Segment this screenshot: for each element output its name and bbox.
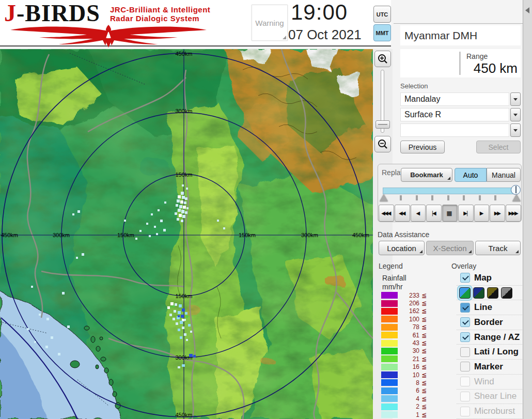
forward-icon: ▶▶ (494, 210, 501, 216)
legend-value: 16 (398, 363, 419, 370)
slider-tick (400, 195, 402, 200)
step-back-icon: |◀ (432, 210, 436, 216)
play-button[interactable]: ▶ (474, 205, 490, 222)
legend-row: 4≦ (381, 395, 438, 402)
legend-leq-symbol: ≦ (419, 403, 427, 410)
slider-tick (463, 195, 465, 200)
step-forward-button[interactable]: ▶| (458, 205, 474, 222)
overlay-item-range-az: Range / AZ (457, 330, 522, 345)
legend-row: 1≦ (381, 411, 438, 418)
legend-value: 43 (398, 339, 419, 347)
ring-label: 450km (1, 232, 18, 238)
x-section-button[interactable]: X-Section (426, 241, 474, 255)
product-dropdown-arrow-icon[interactable] (510, 108, 521, 121)
option-dropdown-arrow-icon[interactable] (510, 123, 521, 137)
legend-swatch (381, 300, 398, 307)
legend-row: 78≦ (381, 323, 438, 331)
warning-button[interactable]: Warning (252, 5, 288, 41)
ring-label: 450km (352, 232, 369, 238)
forward-fast-button[interactable]: ▶▶▶ (506, 205, 521, 222)
forward-button[interactable]: ▶▶ (490, 205, 505, 222)
replay-slider-track[interactable] (383, 188, 517, 194)
legend-leq-symbol: ≦ (419, 387, 427, 394)
utc-button[interactable]: UTC (373, 6, 391, 23)
radar-map[interactable]: 450km 300km 150km 150km 300km 450km 450k… (0, 49, 373, 419)
zoom-slider-handle[interactable] (375, 120, 390, 129)
panel-collapse-strip[interactable] (523, 0, 532, 419)
manual-button[interactable]: Manual (487, 168, 521, 182)
range-value: 450 km (474, 60, 518, 76)
map-style-2-button[interactable] (473, 287, 484, 299)
toolbar-divider (394, 23, 523, 24)
track-button[interactable]: Track (475, 241, 521, 255)
location-button[interactable]: Location (379, 241, 425, 255)
zoom-in-button[interactable] (374, 51, 391, 67)
play-reverse-icon: ◀ (416, 210, 420, 216)
legend-row: 16≦ (381, 363, 438, 371)
ring-label: 300km (53, 232, 70, 238)
map-style-3-button[interactable] (487, 287, 498, 299)
station-name: Myanmar DMH (400, 25, 521, 45)
overlay-item-line: Line (457, 300, 522, 315)
ring-label: 150km (175, 172, 192, 178)
legend-leq-symbol: ≦ (419, 332, 427, 339)
legend-swatch (381, 395, 398, 402)
overlay-item-lati-long: Lati / Long (457, 345, 522, 360)
legend-leq-symbol: ≦ (419, 292, 427, 299)
stop-button[interactable]: ■ (442, 205, 458, 222)
previous-button[interactable]: Previous (400, 141, 445, 153)
option-dropdown[interactable] (400, 123, 509, 137)
border-checkbox[interactable] (460, 317, 470, 327)
mmt-button[interactable]: MMT (373, 24, 391, 41)
overlay-item-label: Marker (474, 362, 503, 372)
auto-button[interactable]: Auto (455, 168, 487, 182)
zoom-out-button[interactable] (374, 136, 391, 152)
legend-leq-symbol: ≦ (419, 411, 427, 418)
legend-row: 43≦ (381, 339, 438, 347)
legend-leq-symbol: ≦ (419, 363, 427, 370)
slider-tick (494, 195, 496, 200)
map-style-4-button[interactable] (501, 287, 512, 299)
marker-checkbox[interactable] (460, 362, 470, 371)
slider-start-marker (380, 194, 388, 201)
product-dropdown[interactable]: Surface R (400, 108, 509, 121)
rewind-icon: ◀◀ (399, 210, 405, 216)
ring-label: 450km (175, 412, 192, 418)
legend-swatch (381, 292, 398, 299)
lati-long-checkbox[interactable] (460, 347, 470, 357)
legend-swatch (381, 340, 398, 347)
legend-row: 30≦ (381, 347, 438, 355)
legend-title: Rainfall mm/hr (382, 274, 406, 291)
legend-value: 8 (398, 379, 419, 386)
legend-swatch (381, 411, 398, 418)
legend-leq-symbol: ≦ (419, 316, 427, 323)
legend-leq-symbol: ≦ (419, 347, 427, 354)
ring-label: 150km (239, 232, 256, 238)
play-reverse-button[interactable]: ◀ (411, 205, 426, 222)
legend-leq-symbol: ≦ (419, 339, 427, 347)
step-back-button[interactable]: |◀ (426, 205, 442, 222)
legend-leq-symbol: ≦ (419, 395, 427, 402)
legend-value: 4 (398, 395, 419, 402)
j-birds-app: J-BIRDS JRC-Brilliant & Intelligent Rada… (0, 0, 532, 419)
line-checkbox[interactable] (460, 303, 470, 313)
overlay-item-wind: Wind (457, 375, 522, 390)
radar-map-area[interactable]: 450km 300km 150km 150km 300km 450km 450k… (0, 49, 373, 419)
rewind-fast-button[interactable]: ◀◀◀ (379, 205, 394, 222)
bookmark-button[interactable]: Bookmark (401, 168, 452, 182)
range-az-checkbox[interactable] (460, 332, 470, 342)
legend-swatch (381, 387, 398, 394)
map-checkbox[interactable] (460, 273, 470, 283)
replay-slider-handle[interactable] (511, 185, 521, 195)
rewind-button[interactable]: ◀◀ (395, 205, 410, 222)
site-dropdown[interactable]: Mandalay (400, 92, 509, 106)
slider-tick (447, 195, 449, 200)
clock-date: 07 Oct 2021 (288, 27, 381, 43)
eagle-icon (5, 25, 212, 48)
site-dropdown-arrow-icon[interactable] (510, 92, 521, 106)
collapse-arrow-icon (525, 7, 529, 13)
overlay-item-label: Border (474, 317, 503, 328)
map-style-1-button[interactable] (459, 287, 471, 299)
range-label: Range (466, 52, 488, 60)
overlay-item-microburst: Microburst (457, 404, 522, 419)
